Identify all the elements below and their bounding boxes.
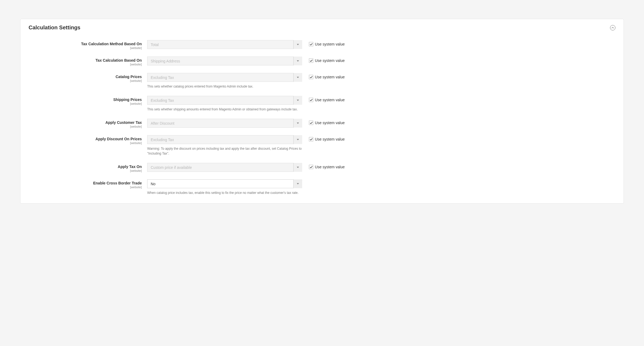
field-label: Apply Customer Tax (29, 120, 142, 125)
field-select: Excluding Tax (147, 96, 302, 105)
use-system-value-checkbox[interactable] (309, 75, 313, 79)
field-row: Apply Discount On Prices[website]Excludi… (29, 135, 615, 156)
field-select: Excluding Tax (147, 73, 302, 82)
use-system-value-label[interactable]: Use system value (315, 137, 345, 141)
field-scope: [website] (29, 102, 142, 105)
field-control-col: Custom price if available (147, 163, 302, 172)
field-row: Apply Customer Tax[website]After Discoun… (29, 119, 615, 128)
panel-title: Calculation Settings (29, 25, 80, 31)
field-note: When catalog price includes tax, enable … (147, 190, 302, 195)
use-system-value-col: Use system value (302, 73, 345, 79)
select-wrapper: Custom price if available (147, 163, 302, 172)
use-system-value-checkbox[interactable] (309, 42, 313, 46)
field-control-col: Excluding TaxWarning: To apply the disco… (147, 135, 302, 156)
select-wrapper: No (147, 179, 302, 188)
field-label: Enable Cross Border Trade (29, 181, 142, 185)
select-wrapper: Excluding Tax (147, 96, 302, 105)
field-scope: [website] (29, 63, 142, 66)
field-control-col: Shipping Address (147, 57, 302, 65)
select-wrapper: Excluding Tax (147, 73, 302, 82)
use-system-value-label[interactable]: Use system value (315, 98, 345, 102)
use-system-value-label[interactable]: Use system value (315, 165, 345, 169)
field-scope: [website] (29, 141, 142, 145)
field-select: After Discount (147, 119, 302, 128)
use-system-value-col: Use system value (302, 119, 345, 125)
select-wrapper: Total (147, 40, 302, 49)
field-row: Catalog Prices[website]Excluding TaxThis… (29, 73, 615, 89)
field-row: Shipping Prices[website]Excluding TaxThi… (29, 96, 615, 112)
field-control-col: Excluding TaxThis sets whether catalog p… (147, 73, 302, 89)
field-select: Total (147, 40, 302, 49)
use-system-value-col: Use system value (302, 163, 345, 169)
use-system-value-col: Use system value (302, 135, 345, 141)
fields-container: Tax Calculation Method Based On[website]… (29, 40, 615, 195)
field-label: Tax Calculation Method Based On (29, 42, 142, 46)
field-scope: [website] (29, 125, 142, 128)
panel-header: Calculation Settings (29, 25, 615, 31)
field-scope: [website] (29, 46, 142, 50)
field-label-col: Apply Customer Tax[website] (29, 119, 147, 128)
use-system-value-checkbox[interactable] (309, 137, 313, 141)
use-system-value-col: Use system value (302, 57, 345, 63)
field-note: Warning: To apply the discount on prices… (147, 146, 302, 156)
field-scope: [website] (29, 186, 142, 189)
field-row: Apply Tax On[website]Custom price if ava… (29, 163, 615, 172)
use-system-value-col: Use system value (302, 40, 345, 46)
calculation-settings-panel: Calculation Settings Tax Calculation Met… (20, 19, 624, 204)
collapse-toggle-icon[interactable] (610, 25, 615, 30)
use-system-value-label[interactable]: Use system value (315, 121, 345, 125)
select-wrapper: Shipping Address (147, 57, 302, 65)
field-label: Shipping Prices (29, 97, 142, 102)
field-control-col: NoWhen catalog price includes tax, enabl… (147, 179, 302, 195)
field-select: Excluding Tax (147, 135, 302, 144)
field-scope: [website] (29, 169, 142, 172)
field-label: Catalog Prices (29, 75, 142, 79)
field-label: Apply Discount On Prices (29, 137, 142, 141)
select-wrapper: After Discount (147, 119, 302, 128)
field-label-col: Tax Calculation Based On[website] (29, 57, 147, 66)
use-system-value-checkbox[interactable] (309, 121, 313, 125)
field-note: This sets whether shipping amounts enter… (147, 107, 302, 112)
field-select: Custom price if available (147, 163, 302, 172)
field-control-col: Total (147, 40, 302, 49)
field-label-col: Tax Calculation Method Based On[website] (29, 40, 147, 50)
field-scope: [website] (29, 79, 142, 82)
field-label-col: Catalog Prices[website] (29, 73, 147, 82)
field-label: Apply Tax On (29, 165, 142, 169)
use-system-value-label[interactable]: Use system value (315, 75, 345, 79)
field-row: Tax Calculation Method Based On[website]… (29, 40, 615, 50)
field-select[interactable]: No (147, 179, 302, 188)
use-system-value-col: Use system value (302, 96, 345, 102)
use-system-value-checkbox[interactable] (309, 165, 313, 169)
use-system-value-checkbox[interactable] (309, 98, 313, 102)
field-select: Shipping Address (147, 57, 302, 65)
field-label: Tax Calculation Based On (29, 58, 142, 62)
field-control-col: Excluding TaxThis sets whether shipping … (147, 96, 302, 112)
select-wrapper: Excluding Tax (147, 135, 302, 144)
field-row: Tax Calculation Based On[website]Shippin… (29, 57, 615, 66)
field-label-col: Apply Discount On Prices[website] (29, 135, 147, 145)
use-system-value-label[interactable]: Use system value (315, 58, 345, 63)
field-row: Enable Cross Border Trade[website]NoWhen… (29, 179, 615, 195)
field-note: This sets whether catalog prices entered… (147, 84, 302, 89)
field-label-col: Shipping Prices[website] (29, 96, 147, 105)
use-system-value-checkbox[interactable] (309, 58, 313, 63)
field-control-col: After Discount (147, 119, 302, 128)
field-label-col: Apply Tax On[website] (29, 163, 147, 172)
field-label-col: Enable Cross Border Trade[website] (29, 179, 147, 189)
use-system-value-label[interactable]: Use system value (315, 42, 345, 46)
